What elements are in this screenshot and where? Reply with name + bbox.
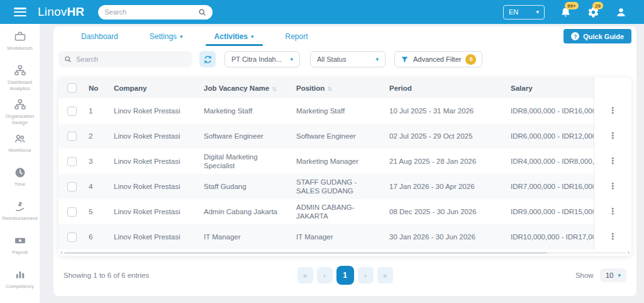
row-menu-kebab-icon[interactable]: ⋮: [608, 181, 617, 191]
row-checkbox[interactable]: [67, 157, 77, 166]
row-menu-kebab-icon[interactable]: ⋮: [608, 231, 617, 241]
sort-icon[interactable]: ↑↓: [272, 85, 275, 92]
logo-text-hr: HR: [67, 5, 84, 18]
top-app-bar: LinovHR EN ▾ 99+ 29: [0, 0, 644, 24]
sidebar-item-competency[interactable]: Competency: [0, 268, 40, 302]
refresh-icon: [203, 55, 213, 64]
cell-job-vacancy: Digital Marketing Specialist: [196, 149, 289, 174]
row-checkbox[interactable]: [67, 132, 77, 141]
cell-position: ADMIN CABANG-JAKARTA: [289, 199, 382, 224]
sort-icon[interactable]: ↑↓: [327, 85, 331, 92]
tab-dashboard[interactable]: Dashboard: [72, 26, 127, 46]
row-checkbox[interactable]: [67, 106, 77, 116]
funnel-icon: [401, 55, 409, 64]
sidebar-label: Competency: [4, 283, 35, 290]
org-chart-icon: [14, 98, 26, 111]
pagination-page-1[interactable]: 1: [336, 266, 354, 285]
cell-job-vacancy: Admin Cabang Jakarta: [196, 199, 289, 224]
tab-settings[interactable]: Settings▾: [141, 26, 192, 46]
row-menu-kebab-icon[interactable]: ⋮: [608, 130, 617, 140]
advanced-filter-button[interactable]: Advanced Filter 0: [394, 51, 482, 67]
col-job-vacancy[interactable]: Job Vacancy Name↑↓: [196, 77, 289, 98]
row-menu-kebab-icon[interactable]: ⋮: [608, 156, 617, 166]
scrollbar-track[interactable]: [64, 252, 625, 254]
page-size-dropdown[interactable]: 10 ▾: [600, 268, 626, 282]
sidebar-label: Workforce: [7, 147, 32, 154]
cell-no: 1: [82, 98, 106, 123]
sidebar-item-time[interactable]: Time: [0, 166, 40, 200]
row-checkbox[interactable]: [67, 207, 77, 217]
sidebar-label: Organization Design: [0, 113, 40, 126]
scroll-right-icon[interactable]: ›: [626, 249, 631, 256]
module-tabs: Dashboard Settings▾ Activities▾ Report ?…: [53, 26, 636, 46]
horizontal-scrollbar: ‹ ›: [58, 249, 631, 256]
status-filter-dropdown[interactable]: All Status ▾: [310, 51, 386, 67]
col-actions: [594, 77, 631, 98]
pagination-prev-button[interactable]: ‹: [317, 267, 333, 283]
scroll-left-icon[interactable]: ‹: [58, 249, 64, 256]
pagination-first-button[interactable]: «: [297, 267, 313, 283]
vacancy-table: No Company Job Vacancy Name↑↓ Position↑↓…: [58, 77, 631, 249]
settings-count-badge: 29: [592, 2, 603, 9]
cell-no: 2: [82, 123, 106, 149]
search-icon[interactable]: [198, 8, 206, 16]
global-search-input[interactable]: [104, 8, 198, 16]
cell-company: Linov Roket Prestasi: [106, 149, 196, 174]
entries-summary: Showing 1 to 6 of 6 entries: [64, 272, 297, 279]
sidebar-item-reimbursement[interactable]: Reimbursement: [0, 200, 40, 234]
cell-job-vacancy: Marketing Staff: [196, 98, 289, 123]
sidebar-label: Dashboard Analytics: [0, 79, 40, 92]
select-all-checkbox[interactable]: [67, 83, 77, 93]
table-row: 2 Linov Roket Prestasi Software Engineer…: [58, 123, 631, 149]
tab-activities[interactable]: Activities▾: [206, 26, 263, 46]
tab-report[interactable]: Report: [277, 26, 317, 46]
show-label: Show: [575, 272, 594, 279]
pagination-last-button[interactable]: »: [377, 267, 393, 283]
sidebar-item-organization-design[interactable]: Organization Design: [0, 98, 40, 132]
hand-money-icon: [14, 200, 26, 213]
row-menu-kebab-icon[interactable]: ⋮: [608, 105, 617, 115]
hamburger-menu-icon[interactable]: [14, 8, 26, 16]
logo-text-linov: Linov: [38, 5, 67, 18]
table-row: 3 Linov Roket Prestasi Digital Marketing…: [58, 149, 631, 174]
row-checkbox[interactable]: [67, 232, 77, 242]
sidebar-item-workbench[interactable]: Workbench: [0, 30, 40, 64]
cell-period: 10 Jul 2025 - 31 Mar 2026: [382, 98, 503, 123]
company-filter-dropdown[interactable]: PT Citra Indah... ▾: [225, 51, 300, 67]
user-profile-button[interactable]: [614, 5, 628, 19]
global-search: [98, 5, 213, 20]
cell-no: 5: [82, 199, 106, 224]
advanced-filter-count-badge: 0: [465, 54, 476, 65]
question-mark-icon: ?: [571, 32, 579, 40]
cell-position: STAFF GUDANG - SALES GUDANG: [289, 174, 382, 199]
system-settings-button[interactable]: 29: [586, 5, 600, 19]
row-menu-kebab-icon[interactable]: ⋮: [608, 206, 617, 216]
cell-no: 4: [82, 174, 106, 199]
cell-position: Marketing Staff: [289, 98, 382, 123]
row-checkbox[interactable]: [67, 182, 77, 192]
sidebar-item-payroll[interactable]: Payroll: [0, 234, 40, 268]
cell-salary: IDR7,000,000 - IDR16,000,000: [503, 174, 594, 199]
sidebar-label: Payroll: [11, 249, 28, 256]
table-row: 1 Linov Roket Prestasi Marketing Staff M…: [58, 98, 631, 123]
table-row: 6 Linov Roket Prestasi IT Manager IT Man…: [58, 224, 631, 249]
chevron-down-icon: ▾: [375, 56, 379, 62]
cell-period: 02 Jul 2025 - 29 Oct 2025: [382, 123, 503, 149]
cell-period: 30 Jan 2026 - 30 Jun 2026: [382, 224, 503, 249]
banknote-icon: [14, 234, 26, 247]
language-selector[interactable]: EN ▾: [503, 5, 545, 20]
col-position[interactable]: Position↑↓: [289, 77, 382, 98]
sidebar-item-workforce[interactable]: Workforce: [0, 132, 40, 166]
table-search-input[interactable]: [76, 55, 186, 63]
pagination-next-button[interactable]: ›: [358, 267, 374, 283]
pagination: « ‹ 1 › »: [297, 266, 393, 285]
quick-guide-button[interactable]: ? Quick Guide: [564, 29, 631, 43]
cell-company: Linov Roket Prestasi: [106, 123, 196, 149]
sidebar-item-dashboard-analytics[interactable]: Dashboard Analytics: [0, 64, 40, 98]
notifications-button[interactable]: 99+: [558, 5, 572, 19]
table-footer: Showing 1 to 6 of 6 entries « ‹ 1 › » Sh…: [53, 256, 636, 285]
scrollbar-thumb[interactable]: [64, 252, 547, 254]
refresh-button[interactable]: [199, 51, 216, 67]
cell-company: Linov Roket Prestasi: [106, 224, 196, 249]
col-no: No: [82, 77, 106, 98]
